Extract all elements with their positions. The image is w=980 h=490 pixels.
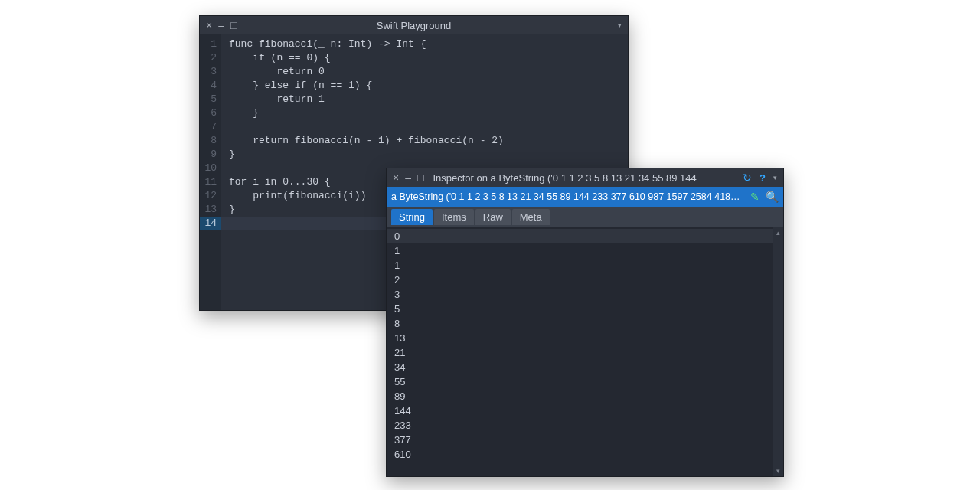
inspector-window: × – □ Inspector on a ByteString ('0 1 1 …	[386, 168, 784, 477]
tab-string[interactable]: String	[391, 209, 433, 225]
line-number: 7	[200, 120, 217, 134]
line-number: 1	[200, 38, 217, 51]
line-number: 13	[200, 203, 217, 217]
search-icon[interactable]: 🔍	[766, 191, 779, 203]
help-icon[interactable]: ?	[760, 172, 766, 184]
list-item[interactable]: 1	[387, 258, 773, 273]
line-number: 9	[200, 148, 217, 162]
list-item[interactable]: 233	[387, 418, 773, 433]
code-line[interactable]: return fibonacci(n - 1) + fibonacci(n - …	[229, 134, 620, 148]
line-number-gutter: 1234567891011121314	[200, 34, 221, 310]
scrollbar[interactable]: ▴ ▾	[773, 227, 783, 476]
scroll-down-icon[interactable]: ▾	[773, 466, 783, 476]
inspector-title: Inspector on a ByteString ('0 1 1 2 3 5 …	[430, 172, 737, 184]
list-item[interactable]: 5	[387, 302, 773, 316]
line-number: 10	[200, 162, 217, 175]
list-item[interactable]: 2	[387, 273, 773, 287]
playground-title: Swift Playground	[200, 20, 628, 31]
tab-raw[interactable]: Raw	[475, 209, 511, 225]
list-item[interactable]: 34	[387, 360, 773, 374]
code-line[interactable]: func fibonacci(_ n: Int) -> Int {	[229, 38, 620, 51]
list-item[interactable]: 89	[387, 389, 773, 403]
line-number: 11	[200, 175, 217, 189]
inspector-titlebar[interactable]: × – □ Inspector on a ByteString ('0 1 1 …	[387, 168, 783, 187]
inspector-list[interactable]: 01123581321345589144233377610	[387, 227, 773, 476]
list-item[interactable]: 377	[387, 433, 773, 447]
code-line[interactable]: return 0	[229, 65, 620, 79]
line-number: 6	[200, 106, 217, 120]
line-number: 5	[200, 93, 217, 106]
line-number: 8	[200, 134, 217, 148]
list-item[interactable]: 3	[387, 287, 773, 302]
maximize-icon[interactable]: □	[230, 20, 237, 31]
maximize-icon[interactable]: □	[417, 172, 423, 183]
minimize-icon[interactable]: –	[405, 172, 411, 183]
code-line[interactable]: return 1	[229, 93, 620, 106]
code-line[interactable]: }	[229, 148, 620, 162]
line-number: 4	[200, 79, 217, 93]
code-line[interactable]	[229, 120, 620, 134]
list-item[interactable]: 13	[387, 331, 773, 345]
code-line[interactable]: }	[229, 106, 620, 120]
tab-items[interactable]: Items	[434, 209, 474, 225]
line-number: 3	[200, 65, 217, 79]
playground-titlebar[interactable]: × – □ Swift Playground ▾	[200, 16, 628, 34]
refresh-icon[interactable]: ↻	[743, 172, 752, 184]
close-icon[interactable]: ×	[393, 172, 399, 183]
line-number: 2	[200, 51, 217, 65]
list-item[interactable]: 21	[387, 345, 773, 360]
window-menu-icon[interactable]: ▾	[773, 174, 777, 181]
inspector-header-row: a ByteString ('0 1 1 2 3 5 8 13 21 34 55…	[387, 187, 783, 207]
inspector-tabbar: StringItemsRawMeta	[387, 207, 783, 227]
line-number: 14	[200, 217, 221, 230]
edit-icon[interactable]: ✎	[750, 191, 760, 203]
scroll-up-icon[interactable]: ▴	[773, 227, 783, 238]
close-icon[interactable]: ×	[206, 20, 212, 31]
window-menu-icon[interactable]: ▾	[618, 21, 622, 29]
inspector-header-text: a ByteString ('0 1 1 2 3 5 8 13 21 34 55…	[391, 191, 744, 202]
list-item[interactable]: 144	[387, 403, 773, 418]
list-item[interactable]: 1	[387, 243, 773, 258]
list-item[interactable]: 55	[387, 374, 773, 389]
code-line[interactable]: if (n == 0) {	[229, 51, 620, 65]
list-item[interactable]: 8	[387, 316, 773, 331]
minimize-icon[interactable]: –	[218, 20, 224, 31]
list-item[interactable]: 0	[387, 229, 773, 243]
code-line[interactable]: } else if (n == 1) {	[229, 79, 620, 93]
list-item[interactable]: 610	[387, 447, 773, 462]
tab-meta[interactable]: Meta	[512, 209, 550, 225]
line-number: 12	[200, 189, 217, 203]
inspector-list-container: 01123581321345589144233377610 ▴ ▾	[387, 227, 783, 476]
